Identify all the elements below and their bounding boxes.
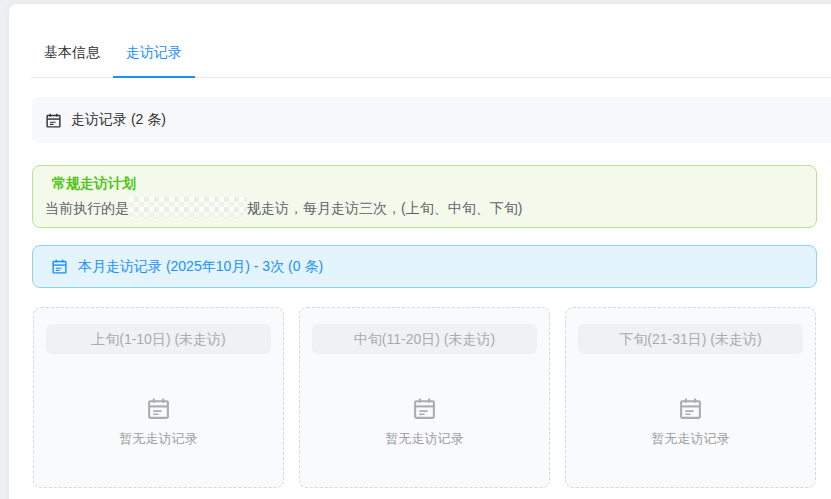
detail-panel: 基本信息 走访记录 走访记录 (2 条) 常规走访计划 当前执行的是规走访，每月… [9, 4, 831, 499]
plan-description: 当前执行的是规走访，每月走访三次，(上旬、中旬、下旬) [45, 199, 800, 218]
tab-basic-info[interactable]: 基本信息 [31, 4, 113, 77]
visit-card-mid-month: 中旬(11-20日) (未走访) 暂无走访记录 [299, 307, 550, 488]
card-header: 上旬(1-10日) (未走访) [46, 324, 271, 354]
calendar-icon [51, 258, 68, 275]
empty-state-text: 暂无走访记录 [46, 430, 271, 448]
redacted-text-blur [129, 197, 247, 218]
tab-bar: 基本信息 走访记录 [31, 4, 831, 78]
empty-state-text: 暂无走访记录 [312, 430, 537, 448]
calendar-icon [45, 112, 62, 129]
visit-card-early-month: 上旬(1-10日) (未走访) 暂无走访记录 [33, 307, 284, 488]
card-header: 下旬(21-31日) (未走访) [578, 324, 803, 354]
visit-records-section-header: 走访记录 (2 条) [32, 97, 831, 143]
section-title: 走访记录 (2 条) [71, 111, 166, 129]
visit-card-late-month: 下旬(21-31日) (未走访) 暂无走访记录 [565, 307, 816, 488]
calendar-icon [578, 396, 803, 421]
month-summary-label: 本月走访记录 (2025年10月) - 3次 (0 条) [78, 258, 323, 276]
plan-text-before: 当前执行的是 [45, 200, 129, 216]
month-visit-summary-bar: 本月走访记录 (2025年10月) - 3次 (0 条) [32, 245, 817, 288]
card-header: 中旬(11-20日) (未走访) [312, 324, 537, 354]
empty-state-text: 暂无走访记录 [578, 430, 803, 448]
plan-title: 常规走访计划 [52, 175, 800, 191]
plan-text-after: 规走访，每月走访三次，(上旬、中旬、下旬) [247, 200, 522, 216]
tab-visit-records[interactable]: 走访记录 [113, 4, 195, 77]
calendar-icon [46, 396, 271, 421]
regular-visit-plan-alert: 常规走访计划 当前执行的是规走访，每月走访三次，(上旬、中旬、下旬) [32, 165, 817, 228]
visit-period-cards: 上旬(1-10日) (未走访) 暂无走访记录 中旬(11-20日) (未走访) [33, 307, 831, 488]
calendar-icon [312, 396, 537, 421]
